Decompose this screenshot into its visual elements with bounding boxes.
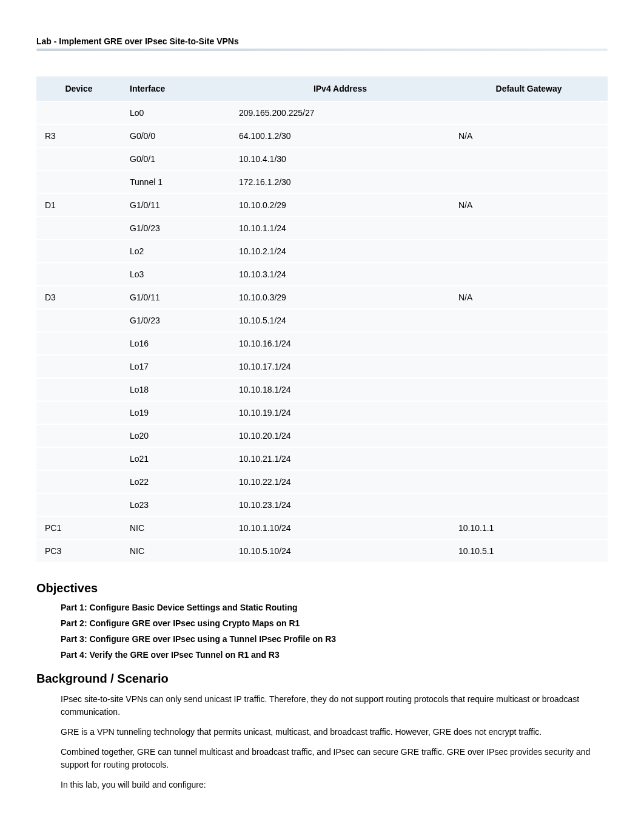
- cell-interface: Lo16: [121, 333, 230, 354]
- cell-device: [36, 494, 121, 516]
- cell-gateway: [450, 333, 608, 354]
- cell-interface: Tunnel 1: [121, 171, 230, 193]
- table-row: R3G0/0/064.100.1.2/30N/A: [36, 125, 608, 147]
- table-row: Lo1610.10.16.1/24: [36, 333, 608, 354]
- table-row: D1G1/0/1110.10.0.2/29N/A: [36, 194, 608, 216]
- cell-device: [36, 263, 121, 285]
- cell-gateway: [450, 471, 608, 493]
- cell-device: [36, 240, 121, 262]
- cell-gateway: [450, 309, 608, 331]
- cell-device: [36, 171, 121, 193]
- table-row: Lo1910.10.19.1/24: [36, 402, 608, 424]
- cell-gateway: [450, 494, 608, 516]
- cell-interface: G1/0/23: [121, 217, 230, 239]
- cell-device: [36, 102, 121, 124]
- cell-device: [36, 425, 121, 447]
- cell-interface: Lo20: [121, 425, 230, 447]
- cell-ipv4: 10.10.0.3/29: [230, 286, 450, 308]
- cell-ipv4: 10.10.0.2/29: [230, 194, 450, 216]
- cell-gateway: N/A: [450, 194, 608, 216]
- background-body: IPsec site-to-site VPNs can only send un…: [61, 693, 608, 791]
- cell-device: [36, 217, 121, 239]
- cell-gateway: [450, 171, 608, 193]
- cell-device: [36, 148, 121, 170]
- objectives-heading: Objectives: [36, 581, 608, 595]
- cell-device: D1: [36, 194, 121, 216]
- cell-interface: Lo17: [121, 356, 230, 377]
- cell-gateway: [450, 448, 608, 470]
- table-row: G0/0/110.10.4.1/30: [36, 148, 608, 170]
- cell-interface: Lo3: [121, 263, 230, 285]
- objective-part: Part 1: Configure Basic Device Settings …: [61, 603, 608, 612]
- cell-gateway: 10.10.1.1: [450, 517, 608, 539]
- cell-device: D3: [36, 286, 121, 308]
- cell-ipv4: 10.10.20.1/24: [230, 425, 450, 447]
- cell-interface: Lo22: [121, 471, 230, 493]
- cell-interface: Lo19: [121, 402, 230, 424]
- cell-gateway: [450, 148, 608, 170]
- cell-interface: NIC: [121, 540, 230, 562]
- table-row: Lo1810.10.18.1/24: [36, 379, 608, 401]
- document-title: Lab - Implement GRE over IPsec Site-to-S…: [36, 36, 608, 46]
- cell-gateway: [450, 356, 608, 377]
- page-footer: © 2019 - 2020 Cisco and/or its affiliate…: [36, 828, 608, 835]
- col-device: Device: [36, 76, 121, 101]
- cell-gateway: [450, 263, 608, 285]
- table-row: Lo2310.10.23.1/24: [36, 494, 608, 516]
- cell-ipv4: 10.10.1.10/24: [230, 517, 450, 539]
- cell-ipv4: 10.10.17.1/24: [230, 356, 450, 377]
- cell-ipv4: 10.10.4.1/30: [230, 148, 450, 170]
- cell-ipv4: 172.16.1.2/30: [230, 171, 450, 193]
- cell-interface: G1/0/23: [121, 309, 230, 331]
- table-row: PC1NIC10.10.1.10/2410.10.1.1: [36, 517, 608, 539]
- cell-gateway: N/A: [450, 125, 608, 147]
- cell-gateway: [450, 102, 608, 124]
- cell-gateway: [450, 379, 608, 401]
- background-para: GRE is a VPN tunneling technology that p…: [61, 726, 608, 739]
- table-header-row: Device Interface IPv4 Address Default Ga…: [36, 76, 608, 101]
- cell-device: [36, 379, 121, 401]
- background-para: Combined together, GRE can tunnel multic…: [61, 746, 608, 771]
- cell-gateway: [450, 217, 608, 239]
- cell-interface: G1/0/11: [121, 286, 230, 308]
- cell-interface: G0/0/0: [121, 125, 230, 147]
- cell-ipv4: 10.10.5.1/24: [230, 309, 450, 331]
- background-para: In this lab, you will build and configur…: [61, 779, 608, 791]
- cell-ipv4: 10.10.3.1/24: [230, 263, 450, 285]
- cell-interface: Lo2: [121, 240, 230, 262]
- cell-device: R3: [36, 125, 121, 147]
- table-row: Lo2010.10.20.1/24: [36, 425, 608, 447]
- cell-interface: Lo0: [121, 102, 230, 124]
- background-para: IPsec site-to-site VPNs can only send un…: [61, 693, 608, 718]
- cell-ipv4: 209.165.200.225/27: [230, 102, 450, 124]
- cell-device: [36, 471, 121, 493]
- cell-interface: G1/0/11: [121, 194, 230, 216]
- table-row: D3G1/0/1110.10.0.3/29N/A: [36, 286, 608, 308]
- cell-ipv4: 10.10.16.1/24: [230, 333, 450, 354]
- cell-gateway: 10.10.5.1: [450, 540, 608, 562]
- table-row: Lo2110.10.21.1/24: [36, 448, 608, 470]
- cell-interface: Lo23: [121, 494, 230, 516]
- cell-device: [36, 356, 121, 377]
- table-row: G1/0/2310.10.1.1/24: [36, 217, 608, 239]
- title-underline: [36, 49, 608, 51]
- cell-device: [36, 333, 121, 354]
- table-row: Tunnel 1172.16.1.2/30: [36, 171, 608, 193]
- cell-ipv4: 64.100.1.2/30: [230, 125, 450, 147]
- cell-gateway: [450, 240, 608, 262]
- background-heading: Background / Scenario: [36, 672, 608, 686]
- cell-device: [36, 402, 121, 424]
- table-row: Lo0209.165.200.225/27: [36, 102, 608, 124]
- cell-gateway: N/A: [450, 286, 608, 308]
- cell-ipv4: 10.10.2.1/24: [230, 240, 450, 262]
- cell-ipv4: 10.10.1.1/24: [230, 217, 450, 239]
- objective-part: Part 4: Verify the GRE over IPsec Tunnel…: [61, 650, 608, 660]
- objective-part: Part 2: Configure GRE over IPsec using C…: [61, 618, 608, 628]
- cell-device: [36, 448, 121, 470]
- cell-interface: Lo21: [121, 448, 230, 470]
- cell-ipv4: 10.10.18.1/24: [230, 379, 450, 401]
- cell-gateway: [450, 425, 608, 447]
- cell-interface: Lo18: [121, 379, 230, 401]
- addressing-table: Device Interface IPv4 Address Default Ga…: [36, 75, 608, 563]
- objective-part: Part 3: Configure GRE over IPsec using a…: [61, 634, 608, 644]
